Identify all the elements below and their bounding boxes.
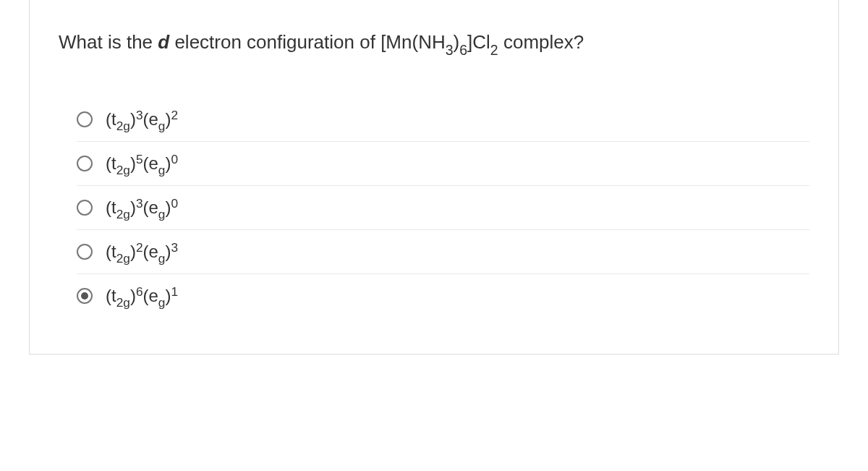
option-label: (t2g)5(eg)0 xyxy=(106,155,178,172)
eg-open: (e xyxy=(143,198,158,217)
option-label: (t2g)2(eg)3 xyxy=(106,243,178,260)
option-row[interactable]: (t2g)3(eg)0 xyxy=(77,186,809,230)
question-text: What is the d electron configuration of … xyxy=(59,29,809,58)
t2g-open: (t xyxy=(106,286,116,305)
radio-button[interactable] xyxy=(77,244,93,260)
option-row[interactable]: (t2g)3(eg)2 xyxy=(77,98,809,142)
option-row[interactable]: (t2g)6(eg)1 xyxy=(77,274,809,318)
eg-open: (e xyxy=(143,286,158,305)
question-after-sub1: ) xyxy=(454,31,460,53)
t2g-close: ) xyxy=(130,109,136,129)
t2g-open: (t xyxy=(106,109,116,129)
t2g-exp: 3 xyxy=(136,108,143,122)
option-row[interactable]: (t2g)2(eg)3 xyxy=(77,230,809,274)
t2g-close: ) xyxy=(130,153,136,173)
eg-sub: g xyxy=(158,295,166,310)
question-prefix: What is the xyxy=(59,31,158,53)
t2g-sub: 2g xyxy=(116,295,130,310)
eg-exp: 0 xyxy=(171,152,178,166)
radio-button[interactable] xyxy=(77,156,93,171)
option-label: (t2g)3(eg)0 xyxy=(106,199,178,216)
radio-button[interactable] xyxy=(77,200,93,216)
question-italic-d: d xyxy=(158,31,169,53)
radio-button[interactable] xyxy=(77,111,93,127)
t2g-close: ) xyxy=(130,286,136,305)
t2g-open: (t xyxy=(106,153,116,173)
eg-open: (e xyxy=(143,109,158,129)
t2g-exp: 6 xyxy=(136,284,143,299)
option-row[interactable]: (t2g)5(eg)0 xyxy=(77,142,809,186)
t2g-sub: 2g xyxy=(116,207,130,221)
t2g-open: (t xyxy=(106,198,116,217)
question-mid: electron configuration of [Mn(NH xyxy=(169,31,446,53)
question-sub1: 3 xyxy=(446,42,454,58)
question-suffix: complex? xyxy=(498,31,584,53)
eg-open: (e xyxy=(143,153,158,173)
question-after-sub2: ]Cl xyxy=(467,31,490,53)
t2g-open: (t xyxy=(106,242,116,261)
question-sub3: 2 xyxy=(490,42,498,58)
t2g-close: ) xyxy=(130,198,136,217)
eg-exp: 0 xyxy=(171,196,178,211)
eg-sub: g xyxy=(158,207,166,221)
eg-sub: g xyxy=(158,163,166,177)
t2g-sub: 2g xyxy=(116,119,130,133)
question-sub2: 6 xyxy=(459,42,467,58)
eg-sub: g xyxy=(158,251,166,266)
option-label: (t2g)3(eg)2 xyxy=(106,111,178,128)
t2g-sub: 2g xyxy=(116,163,130,177)
t2g-exp: 2 xyxy=(136,240,143,255)
radio-inner xyxy=(81,292,88,300)
question-card: What is the d electron configuration of … xyxy=(29,0,839,355)
eg-sub: g xyxy=(158,119,166,133)
eg-exp: 3 xyxy=(171,240,178,255)
options-list: (t2g)3(eg)2 (t2g)5(eg)0 (t2g)3(eg)0 xyxy=(59,98,809,318)
t2g-close: ) xyxy=(130,242,136,261)
t2g-exp: 5 xyxy=(136,152,143,166)
t2g-exp: 3 xyxy=(136,196,143,211)
eg-exp: 1 xyxy=(171,284,178,299)
t2g-sub: 2g xyxy=(116,251,130,266)
eg-open: (e xyxy=(143,242,158,261)
eg-exp: 2 xyxy=(171,108,178,122)
option-label: (t2g)6(eg)1 xyxy=(106,287,178,305)
radio-button[interactable] xyxy=(77,288,93,304)
